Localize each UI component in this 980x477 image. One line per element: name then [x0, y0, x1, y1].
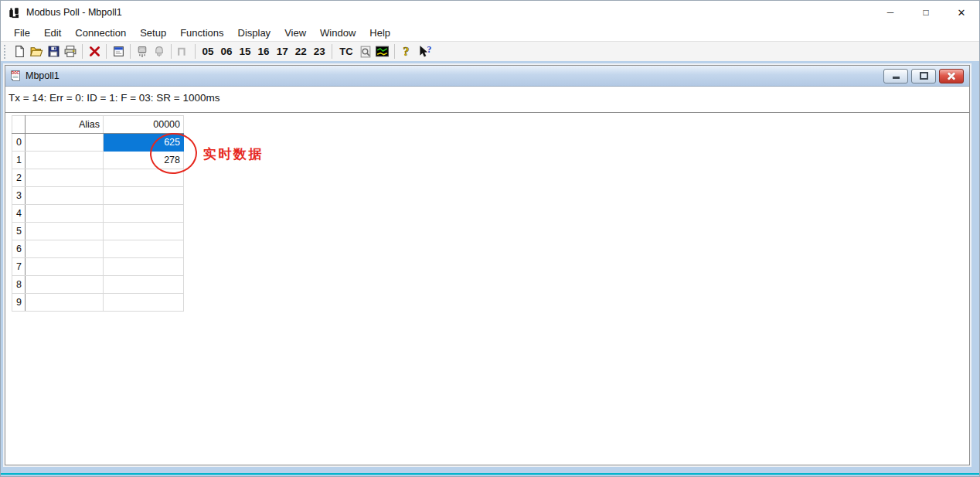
address-column-header: 00000 [104, 116, 184, 134]
value-cell[interactable]: 278 [104, 152, 184, 169]
poll-status-line: Tx = 14: Err = 0: ID = 1: F = 03: SR = 1… [5, 87, 969, 113]
help-icon: ? [400, 45, 413, 59]
row-header: 3 [12, 187, 26, 205]
grid-row: 6 [12, 240, 184, 258]
mbpoll1-close-button[interactable] [939, 69, 964, 83]
svg-text:?: ? [403, 45, 410, 58]
test-center-icon [359, 45, 373, 59]
print-button[interactable] [62, 43, 79, 60]
grid-corner-header [12, 116, 26, 134]
toolbar-separator [195, 44, 196, 59]
alias-cell[interactable] [26, 276, 104, 294]
open-file-button[interactable] [28, 43, 45, 60]
value-cell[interactable] [104, 169, 184, 187]
mbpoll1-title: Mbpoll1 [26, 70, 60, 81]
help-button[interactable]: ? [398, 43, 415, 60]
grid-row: 1 278 [12, 152, 184, 169]
value-cell[interactable] [104, 294, 184, 312]
menu-help[interactable]: Help [362, 26, 397, 40]
alias-cell[interactable] [26, 223, 104, 240]
tc-button[interactable]: TC [335, 46, 356, 57]
close-button[interactable]: ✕ [944, 1, 979, 24]
value-cell[interactable] [104, 276, 184, 294]
function-23-button[interactable]: 23 [310, 46, 328, 57]
read-write-definition-icon [135, 45, 149, 59]
menu-display[interactable]: Display [231, 26, 278, 40]
new-file-icon [13, 45, 26, 58]
toolbar-separator [130, 44, 131, 59]
grid-row: 3 [12, 187, 184, 205]
row-header: 2 [12, 169, 26, 187]
menu-view[interactable]: View [277, 26, 313, 40]
minimize-button[interactable]: ─ [873, 1, 908, 24]
toolbar-separator [106, 44, 107, 59]
setup-window-icon [112, 45, 125, 58]
alias-column-header: Alias [26, 116, 104, 134]
row-header: 5 [12, 223, 26, 240]
svg-text:DOC: DOC [12, 71, 20, 75]
row-header: 7 [12, 258, 26, 276]
row-header: 1 [12, 152, 26, 169]
auto-connect-button[interactable] [151, 43, 168, 60]
single-poll-button[interactable] [175, 43, 192, 60]
disconnect-x-icon [88, 45, 101, 58]
menu-functions[interactable]: Functions [173, 26, 230, 40]
menu-setup[interactable]: Setup [133, 26, 173, 40]
function-05-button[interactable]: 05 [199, 46, 217, 57]
row-header: 8 [12, 276, 26, 294]
alias-cell[interactable] [26, 134, 104, 152]
context-help-button[interactable]: ? [415, 43, 435, 60]
toolbar-separator [82, 44, 83, 59]
alias-cell[interactable] [26, 187, 104, 205]
menu-connection[interactable]: Connection [68, 26, 133, 40]
save-file-button[interactable] [45, 43, 62, 60]
save-file-icon [47, 45, 60, 58]
alias-cell[interactable] [26, 294, 104, 312]
setup-window-button[interactable] [110, 43, 127, 60]
grid-row: 2 [12, 169, 184, 187]
alias-cell[interactable] [26, 205, 104, 223]
row-header: 6 [12, 240, 26, 258]
function-15-button[interactable]: 15 [236, 46, 254, 57]
app-icon [8, 6, 21, 19]
alias-cell[interactable] [26, 152, 104, 169]
value-cell[interactable] [104, 187, 184, 205]
alias-cell[interactable] [26, 169, 104, 187]
grid-row: 4 [12, 205, 184, 223]
communication-traffic-icon [375, 45, 390, 58]
mbpoll1-restore-button[interactable] [911, 69, 936, 83]
alias-cell[interactable] [26, 258, 104, 276]
value-cell-selected[interactable]: 625 [104, 134, 184, 152]
toolbar-separator [171, 44, 172, 59]
mbpoll1-title-bar[interactable]: DOC Mbpoll1 [5, 66, 969, 87]
read-write-definition-button[interactable] [134, 43, 151, 60]
toolbar-grip [4, 45, 8, 59]
menu-bar: File Edit Connection Setup Functions Dis… [1, 24, 979, 41]
value-cell[interactable] [104, 240, 184, 258]
mbpoll1-window-controls [883, 69, 965, 83]
communication-traffic-button[interactable] [374, 43, 391, 60]
function-06-button[interactable]: 06 [217, 46, 236, 57]
alias-cell[interactable] [26, 240, 104, 258]
disconnect-button[interactable] [86, 43, 103, 60]
new-file-button[interactable] [11, 43, 28, 60]
value-cell[interactable] [104, 258, 184, 276]
mbpoll1-body: Tx = 14: Err = 0: ID = 1: F = 03: SR = 1… [5, 87, 969, 465]
test-center-button[interactable] [357, 43, 374, 60]
function-22-button[interactable]: 22 [291, 46, 310, 57]
grid-row: 8 [12, 276, 184, 294]
function-16-button[interactable]: 16 [254, 46, 273, 57]
function-17-button[interactable]: 17 [273, 46, 291, 57]
value-cell[interactable] [104, 205, 184, 223]
mbpoll1-minimize-button[interactable] [883, 69, 908, 83]
menu-edit[interactable]: Edit [37, 26, 68, 40]
value-cell[interactable] [104, 223, 184, 240]
grid-row: 7 [12, 258, 184, 276]
menu-window[interactable]: Window [313, 26, 362, 40]
menu-file[interactable]: File [7, 26, 37, 40]
maximize-button[interactable]: □ [908, 1, 944, 24]
grid-row: 0 625 [12, 134, 184, 152]
row-header: 4 [12, 205, 26, 223]
title-bar: Modbus Poll - Mbpoll1 ─ □ ✕ [1, 1, 979, 24]
register-grid: Alias 00000 0 625 1 278 [12, 115, 184, 312]
